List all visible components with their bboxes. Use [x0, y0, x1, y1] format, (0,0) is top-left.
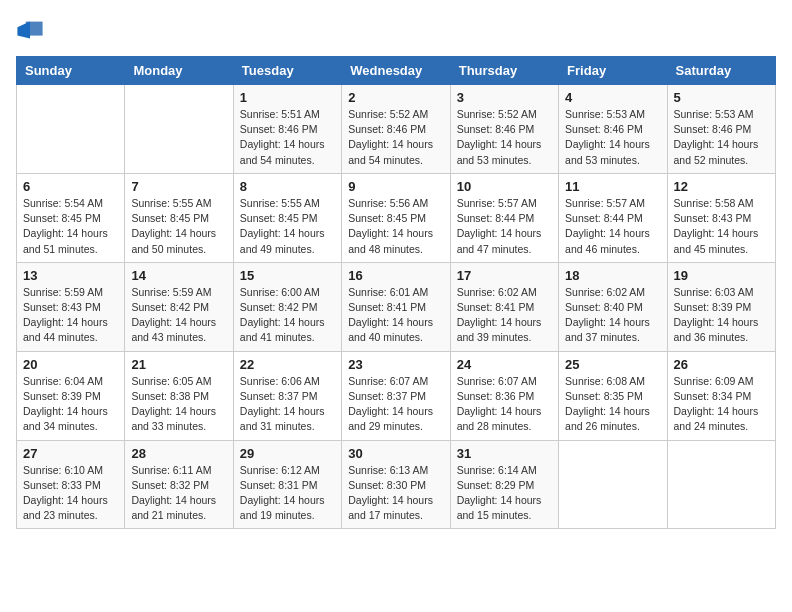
calendar-cell: 31 Sunrise: 6:14 AMSunset: 8:29 PMDaylig…: [450, 440, 558, 529]
week-row-3: 13 Sunrise: 5:59 AMSunset: 8:43 PMDaylig…: [17, 262, 776, 351]
calendar-cell: 12 Sunrise: 5:58 AMSunset: 8:43 PMDaylig…: [667, 173, 775, 262]
calendar-cell: 6 Sunrise: 5:54 AMSunset: 8:45 PMDayligh…: [17, 173, 125, 262]
day-number: 19: [674, 268, 769, 283]
day-info: Sunrise: 6:06 AMSunset: 8:37 PMDaylight:…: [240, 375, 325, 433]
col-header-monday: Monday: [125, 57, 233, 85]
calendar-cell: 19 Sunrise: 6:03 AMSunset: 8:39 PMDaylig…: [667, 262, 775, 351]
day-info: Sunrise: 6:09 AMSunset: 8:34 PMDaylight:…: [674, 375, 759, 433]
day-info: Sunrise: 5:52 AMSunset: 8:46 PMDaylight:…: [348, 108, 433, 166]
col-header-sunday: Sunday: [17, 57, 125, 85]
calendar-cell: 10 Sunrise: 5:57 AMSunset: 8:44 PMDaylig…: [450, 173, 558, 262]
day-info: Sunrise: 5:57 AMSunset: 8:44 PMDaylight:…: [457, 197, 542, 255]
calendar-cell: [17, 85, 125, 174]
calendar-cell: 8 Sunrise: 5:55 AMSunset: 8:45 PMDayligh…: [233, 173, 341, 262]
day-number: 4: [565, 90, 660, 105]
svg-marker-1: [17, 22, 30, 39]
col-header-friday: Friday: [559, 57, 667, 85]
day-info: Sunrise: 6:11 AMSunset: 8:32 PMDaylight:…: [131, 464, 216, 522]
day-number: 31: [457, 446, 552, 461]
day-number: 28: [131, 446, 226, 461]
day-info: Sunrise: 5:58 AMSunset: 8:43 PMDaylight:…: [674, 197, 759, 255]
day-info: Sunrise: 5:59 AMSunset: 8:43 PMDaylight:…: [23, 286, 108, 344]
day-number: 18: [565, 268, 660, 283]
day-number: 8: [240, 179, 335, 194]
page-header: [16, 16, 776, 44]
day-info: Sunrise: 6:13 AMSunset: 8:30 PMDaylight:…: [348, 464, 433, 522]
week-row-4: 20 Sunrise: 6:04 AMSunset: 8:39 PMDaylig…: [17, 351, 776, 440]
day-info: Sunrise: 6:07 AMSunset: 8:36 PMDaylight:…: [457, 375, 542, 433]
day-info: Sunrise: 5:53 AMSunset: 8:46 PMDaylight:…: [674, 108, 759, 166]
calendar-cell: [125, 85, 233, 174]
day-number: 16: [348, 268, 443, 283]
day-number: 9: [348, 179, 443, 194]
calendar-cell: 23 Sunrise: 6:07 AMSunset: 8:37 PMDaylig…: [342, 351, 450, 440]
calendar-cell: 16 Sunrise: 6:01 AMSunset: 8:41 PMDaylig…: [342, 262, 450, 351]
day-info: Sunrise: 5:51 AMSunset: 8:46 PMDaylight:…: [240, 108, 325, 166]
col-header-thursday: Thursday: [450, 57, 558, 85]
day-number: 3: [457, 90, 552, 105]
day-info: Sunrise: 6:14 AMSunset: 8:29 PMDaylight:…: [457, 464, 542, 522]
calendar-cell: 3 Sunrise: 5:52 AMSunset: 8:46 PMDayligh…: [450, 85, 558, 174]
calendar-cell: 18 Sunrise: 6:02 AMSunset: 8:40 PMDaylig…: [559, 262, 667, 351]
calendar-cell: 30 Sunrise: 6:13 AMSunset: 8:30 PMDaylig…: [342, 440, 450, 529]
day-number: 11: [565, 179, 660, 194]
day-info: Sunrise: 6:08 AMSunset: 8:35 PMDaylight:…: [565, 375, 650, 433]
calendar-cell: 28 Sunrise: 6:11 AMSunset: 8:32 PMDaylig…: [125, 440, 233, 529]
day-number: 30: [348, 446, 443, 461]
day-number: 12: [674, 179, 769, 194]
day-number: 15: [240, 268, 335, 283]
day-info: Sunrise: 6:00 AMSunset: 8:42 PMDaylight:…: [240, 286, 325, 344]
day-number: 1: [240, 90, 335, 105]
day-number: 20: [23, 357, 118, 372]
day-number: 22: [240, 357, 335, 372]
day-info: Sunrise: 6:02 AMSunset: 8:40 PMDaylight:…: [565, 286, 650, 344]
day-info: Sunrise: 6:03 AMSunset: 8:39 PMDaylight:…: [674, 286, 759, 344]
day-info: Sunrise: 5:55 AMSunset: 8:45 PMDaylight:…: [240, 197, 325, 255]
calendar-cell: 9 Sunrise: 5:56 AMSunset: 8:45 PMDayligh…: [342, 173, 450, 262]
col-header-wednesday: Wednesday: [342, 57, 450, 85]
day-info: Sunrise: 6:01 AMSunset: 8:41 PMDaylight:…: [348, 286, 433, 344]
day-number: 13: [23, 268, 118, 283]
day-number: 2: [348, 90, 443, 105]
logo-icon: [16, 16, 44, 44]
calendar-cell: 4 Sunrise: 5:53 AMSunset: 8:46 PMDayligh…: [559, 85, 667, 174]
col-header-tuesday: Tuesday: [233, 57, 341, 85]
day-number: 25: [565, 357, 660, 372]
week-row-2: 6 Sunrise: 5:54 AMSunset: 8:45 PMDayligh…: [17, 173, 776, 262]
calendar-cell: 7 Sunrise: 5:55 AMSunset: 8:45 PMDayligh…: [125, 173, 233, 262]
day-number: 23: [348, 357, 443, 372]
calendar-cell: 25 Sunrise: 6:08 AMSunset: 8:35 PMDaylig…: [559, 351, 667, 440]
day-info: Sunrise: 5:57 AMSunset: 8:44 PMDaylight:…: [565, 197, 650, 255]
calendar-cell: 29 Sunrise: 6:12 AMSunset: 8:31 PMDaylig…: [233, 440, 341, 529]
calendar-cell: 24 Sunrise: 6:07 AMSunset: 8:36 PMDaylig…: [450, 351, 558, 440]
day-number: 24: [457, 357, 552, 372]
day-info: Sunrise: 6:12 AMSunset: 8:31 PMDaylight:…: [240, 464, 325, 522]
calendar-cell: 5 Sunrise: 5:53 AMSunset: 8:46 PMDayligh…: [667, 85, 775, 174]
day-number: 6: [23, 179, 118, 194]
day-number: 7: [131, 179, 226, 194]
day-info: Sunrise: 5:52 AMSunset: 8:46 PMDaylight:…: [457, 108, 542, 166]
calendar-cell: 1 Sunrise: 5:51 AMSunset: 8:46 PMDayligh…: [233, 85, 341, 174]
day-info: Sunrise: 6:04 AMSunset: 8:39 PMDaylight:…: [23, 375, 108, 433]
day-info: Sunrise: 6:05 AMSunset: 8:38 PMDaylight:…: [131, 375, 216, 433]
col-header-saturday: Saturday: [667, 57, 775, 85]
calendar-cell: [667, 440, 775, 529]
day-info: Sunrise: 5:54 AMSunset: 8:45 PMDaylight:…: [23, 197, 108, 255]
day-info: Sunrise: 5:55 AMSunset: 8:45 PMDaylight:…: [131, 197, 216, 255]
day-number: 10: [457, 179, 552, 194]
week-row-5: 27 Sunrise: 6:10 AMSunset: 8:33 PMDaylig…: [17, 440, 776, 529]
day-number: 5: [674, 90, 769, 105]
calendar-cell: 11 Sunrise: 5:57 AMSunset: 8:44 PMDaylig…: [559, 173, 667, 262]
calendar-cell: 20 Sunrise: 6:04 AMSunset: 8:39 PMDaylig…: [17, 351, 125, 440]
day-info: Sunrise: 6:10 AMSunset: 8:33 PMDaylight:…: [23, 464, 108, 522]
day-info: Sunrise: 6:07 AMSunset: 8:37 PMDaylight:…: [348, 375, 433, 433]
day-number: 14: [131, 268, 226, 283]
day-info: Sunrise: 6:02 AMSunset: 8:41 PMDaylight:…: [457, 286, 542, 344]
day-info: Sunrise: 5:56 AMSunset: 8:45 PMDaylight:…: [348, 197, 433, 255]
week-row-1: 1 Sunrise: 5:51 AMSunset: 8:46 PMDayligh…: [17, 85, 776, 174]
calendar-cell: 14 Sunrise: 5:59 AMSunset: 8:42 PMDaylig…: [125, 262, 233, 351]
logo: [16, 16, 48, 44]
day-number: 26: [674, 357, 769, 372]
day-info: Sunrise: 5:59 AMSunset: 8:42 PMDaylight:…: [131, 286, 216, 344]
calendar-cell: 15 Sunrise: 6:00 AMSunset: 8:42 PMDaylig…: [233, 262, 341, 351]
